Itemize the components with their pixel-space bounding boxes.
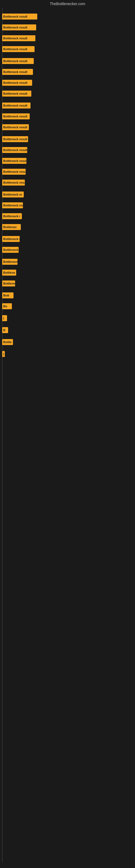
bar-item: Bottleneck r bbox=[2, 236, 20, 242]
bar-label: Bottleneck result bbox=[3, 26, 27, 29]
bar-item: Bottleneck re bbox=[2, 191, 24, 197]
bar-item: Bottleneck result bbox=[2, 24, 36, 30]
bar-item: Bottleneck bbox=[2, 247, 18, 253]
bar-item: Bottleneck result bbox=[2, 124, 29, 130]
bar-label: Bottleneck result bbox=[3, 170, 26, 173]
bar-item: Bottleneck result bbox=[2, 169, 26, 175]
bar-label: Bottlene bbox=[3, 271, 15, 274]
bar-label: Bottleneck result bbox=[3, 204, 23, 207]
bar-label: Bottleneck result bbox=[3, 148, 27, 152]
bar-label: B bbox=[3, 329, 5, 332]
bar-item: Bottleneck result bbox=[2, 147, 27, 153]
bar-item: B bbox=[2, 327, 8, 333]
bar-label: Bottleneck result bbox=[3, 126, 27, 129]
bar-label: | bbox=[3, 352, 4, 355]
bar-label: Bottleneck result bbox=[3, 15, 27, 18]
bar-item: Bottleneck result bbox=[2, 158, 27, 164]
bar-item: Bott bbox=[2, 292, 13, 299]
bar-item: | bbox=[2, 351, 5, 357]
bar-item: | bbox=[2, 315, 7, 321]
bar-label: Bott bbox=[3, 294, 9, 297]
bar-label: Bottleneck res bbox=[3, 260, 17, 264]
bar-item: Bottleneck result bbox=[2, 35, 35, 41]
bar-item: Bottleneck res bbox=[2, 259, 17, 265]
bar-item: Bottleneck r bbox=[2, 213, 22, 219]
bar-item: Bottle bbox=[2, 339, 13, 345]
bar-item: Bottleneck result bbox=[2, 136, 28, 142]
bar-label: Bottleneck r bbox=[3, 282, 15, 285]
bar-label: Bottleneck result bbox=[3, 59, 27, 63]
chart-area: Bottleneck resultBottleneck resultBottle… bbox=[0, 8, 135, 862]
bar-item: Bottleneck result bbox=[2, 203, 23, 208]
bar-item: Bottlenec bbox=[2, 224, 21, 230]
bar-item: Bottleneck result bbox=[2, 91, 31, 97]
bar-item: Bottleneck result bbox=[2, 180, 25, 186]
bar-label: | bbox=[3, 316, 4, 320]
bar-label: Bottleneck result bbox=[3, 37, 27, 40]
bar-label: Bottleneck result bbox=[3, 137, 27, 141]
bar-label: Bottleneck result bbox=[3, 181, 25, 184]
bar-label: Bottleneck bbox=[3, 248, 18, 251]
bar-label: Bottleneck result bbox=[3, 104, 27, 107]
site-title: TheBottlenecker.com bbox=[0, 0, 135, 8]
bar-item: Bottleneck result bbox=[2, 46, 35, 52]
bar-label: Bottleneck r bbox=[3, 237, 20, 241]
bar-label: Bottleneck result bbox=[3, 48, 27, 51]
bar-label: Bottleneck r bbox=[3, 215, 20, 218]
bar-label: Bottleneck result bbox=[3, 115, 27, 118]
bar-item: Bottleneck result bbox=[2, 58, 34, 64]
bar-item: Bo bbox=[2, 303, 12, 309]
bar-item: Bottleneck result bbox=[2, 80, 32, 86]
bar-label: Bottleneck result bbox=[3, 70, 27, 73]
bar-item: Bottleneck result bbox=[2, 113, 30, 119]
bar-item: Bottleneck r bbox=[2, 280, 15, 286]
axis-line bbox=[2, 8, 2, 862]
bar-item: Bottlene bbox=[2, 270, 16, 276]
bar-label: Bottleneck result bbox=[3, 81, 27, 84]
bar-item: Bottleneck result bbox=[2, 69, 33, 75]
bar-label: Bo bbox=[3, 305, 7, 308]
bar-item: Bottleneck result bbox=[2, 13, 37, 20]
bar-label: Bottleneck re bbox=[3, 193, 22, 196]
bar-label: Bottlenec bbox=[3, 225, 17, 229]
bar-label: Bottle bbox=[3, 340, 12, 344]
bar-label: Bottleneck result bbox=[3, 92, 27, 95]
bar-item: Bottleneck result bbox=[2, 102, 31, 108]
bar-label: Bottleneck result bbox=[3, 159, 27, 162]
